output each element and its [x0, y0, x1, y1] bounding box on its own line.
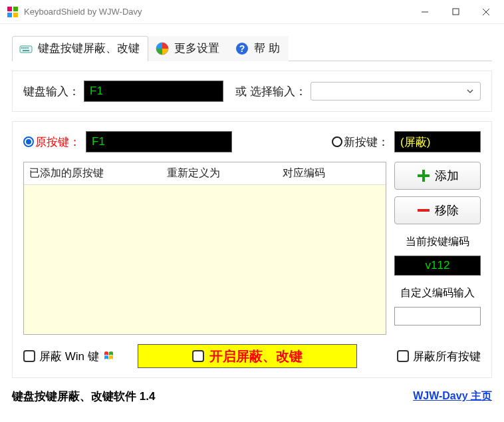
add-button-label: 添加 [435, 168, 459, 184]
shield-win-label: 屏蔽 Win 键 [39, 349, 99, 364]
minimize-button[interactable] [410, 2, 440, 22]
svg-rect-3 [13, 13, 18, 17]
svg-rect-13 [23, 50, 29, 51]
app-icon [7, 6, 19, 18]
version-label: 键盘按键屏蔽、改键软件 1.4 [12, 389, 155, 404]
svg-rect-5 [453, 9, 459, 15]
main-toggle-button[interactable]: 开启屏蔽、改键 [138, 344, 357, 368]
radio-icon [332, 136, 342, 147]
remove-button[interactable]: 移除 [394, 196, 481, 224]
svg-rect-1 [13, 7, 18, 11]
maximize-button[interactable] [440, 2, 471, 22]
list-body [24, 185, 386, 334]
svg-rect-12 [27, 47, 29, 49]
svg-rect-11 [25, 47, 27, 49]
shield-win-checkbox[interactable]: 屏蔽 Win 键 [23, 349, 115, 364]
main-toggle-label: 开启屏蔽、改键 [209, 347, 303, 365]
radio-original-key[interactable]: 原按键： [23, 134, 80, 150]
shield-all-label: 屏蔽所有按键 [413, 349, 481, 364]
tab-label: 键盘按键屏蔽、改键 [38, 41, 140, 56]
tab-label: 更多设置 [174, 41, 219, 56]
col-code: 对应编码 [277, 162, 386, 184]
col-original-key: 已添加的原按键 [24, 162, 162, 184]
titlebar: KeyboardShield by WJW-Davy [0, 0, 504, 24]
panel-key-mapping: 原按键： F1 新按键： (屏蔽) 已添加的原按键 重新定义为 对应编码 [12, 121, 492, 378]
original-key-label: 原按键： [35, 134, 80, 150]
checkbox-icon [192, 350, 204, 362]
tab-more-settings[interactable]: 更多设置 [148, 36, 228, 61]
minus-icon [416, 203, 431, 218]
chevron-down-icon [465, 87, 475, 96]
list-header: 已添加的原按键 重新定义为 对应编码 [24, 162, 386, 185]
svg-rect-18 [418, 174, 430, 177]
tabstrip: 键盘按键屏蔽、改键 更多设置 ? 帮 助 [12, 36, 492, 61]
add-button[interactable]: 添加 [394, 162, 481, 190]
radio-icon [23, 136, 34, 147]
current-code-label: 当前按键编码 [394, 235, 481, 249]
windows-flag-icon [103, 350, 115, 362]
close-button[interactable] [471, 2, 501, 22]
svg-rect-8 [20, 46, 32, 53]
keyboard-icon [19, 42, 33, 55]
keyboard-input-field[interactable]: F1 [84, 81, 223, 102]
svg-text:?: ? [239, 43, 245, 54]
svg-rect-10 [23, 47, 25, 49]
new-key-value: (屏蔽) [400, 134, 430, 150]
key-select-dropdown[interactable] [311, 82, 481, 101]
footer: 键盘按键屏蔽、改键软件 1.4 WJW-Davy 主页 [0, 382, 504, 404]
tab-keyboard-shield[interactable]: 键盘按键屏蔽、改键 [12, 36, 148, 61]
keyboard-input-value: F1 [90, 85, 103, 98]
side-column: 添加 移除 当前按键编码 v112 自定义编码输入 [394, 162, 481, 335]
remove-button-label: 移除 [435, 202, 459, 218]
current-code-value: v112 [394, 256, 481, 276]
col-redefined-as: 重新定义为 [162, 162, 277, 184]
svg-rect-2 [7, 13, 12, 17]
keyboard-input-label: 键盘输入： [23, 84, 80, 99]
new-key-field[interactable]: (屏蔽) [394, 131, 481, 152]
original-key-value: F1 [92, 135, 105, 148]
new-key-label: 新按键： [344, 134, 389, 150]
settings-icon [156, 42, 169, 55]
svg-rect-9 [21, 47, 23, 49]
tab-label: 帮 助 [254, 41, 280, 56]
custom-code-label: 自定义编码输入 [394, 286, 481, 300]
window-controls [410, 2, 501, 22]
checkbox-icon [397, 350, 409, 362]
checkbox-icon [23, 350, 35, 362]
shield-all-checkbox[interactable]: 屏蔽所有按键 [397, 349, 481, 364]
original-key-field[interactable]: F1 [86, 131, 232, 152]
key-mapping-list[interactable]: 已添加的原按键 重新定义为 对应编码 [23, 162, 386, 335]
svg-rect-0 [7, 7, 12, 11]
window-title: KeyboardShield by WJW-Davy [24, 7, 410, 17]
radio-new-key[interactable]: 新按键： [332, 134, 389, 150]
svg-rect-19 [418, 209, 430, 212]
plus-icon [416, 168, 431, 183]
or-select-label: 或 选择输入： [235, 84, 307, 99]
tab-help[interactable]: ? 帮 助 [228, 36, 289, 61]
custom-code-input[interactable] [394, 307, 481, 325]
content-area: 键盘按键屏蔽、改键 更多设置 ? 帮 助 键盘输入： F1 或 选择输入： [0, 24, 504, 382]
panel-keyboard-input: 键盘输入： F1 或 选择输入： [12, 71, 492, 112]
homepage-link[interactable]: WJW-Davy 主页 [413, 389, 492, 403]
help-icon: ? [235, 42, 249, 55]
